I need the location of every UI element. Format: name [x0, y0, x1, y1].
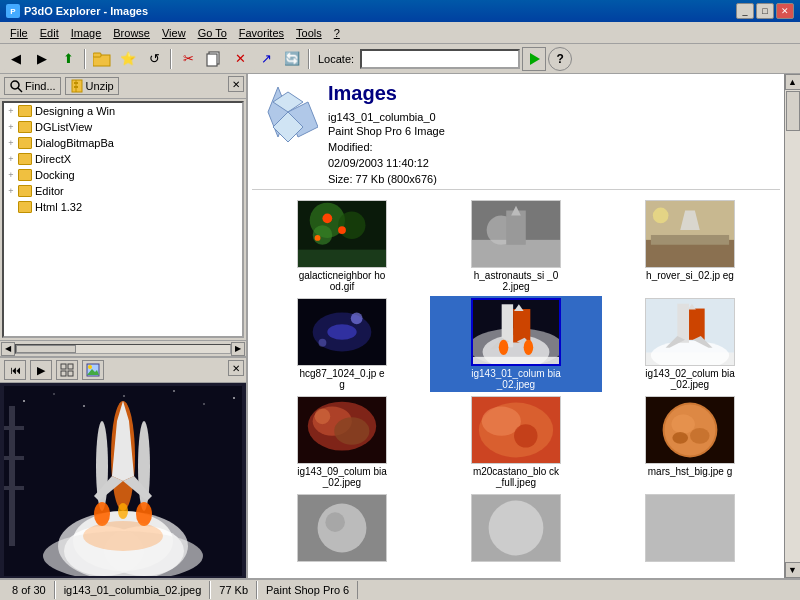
menu-favorites[interactable]: Favorites — [233, 25, 290, 41]
tree-item-7[interactable]: Html 1.32 — [4, 199, 242, 215]
status-count: 8 of 30 — [4, 581, 55, 599]
delete-button[interactable]: ✕ — [228, 47, 252, 71]
copy-button[interactable] — [202, 47, 226, 71]
svg-point-23 — [173, 390, 175, 392]
move-button[interactable]: ↗ — [254, 47, 278, 71]
thumbnail-9 — [645, 396, 735, 464]
folder-button[interactable] — [90, 47, 114, 71]
close-preview-button[interactable]: ✕ — [228, 360, 244, 376]
tree-item-6[interactable]: + Editor — [4, 183, 242, 199]
v-scrollbar[interactable]: ▲ ▼ — [784, 74, 800, 578]
h-scrollbar[interactable]: ◀ ▶ — [0, 340, 246, 356]
title-bar-left: P P3dO Explorer - Images — [6, 4, 148, 18]
folder-icon-5 — [18, 169, 32, 181]
thumb-cell-7[interactable]: ig143_09_colum bia_02.jpeg — [256, 394, 428, 490]
thumb-cell-9[interactable]: mars_hst_big.jpe g — [604, 394, 776, 490]
menu-browse[interactable]: Browse — [107, 25, 156, 41]
menu-edit[interactable]: Edit — [34, 25, 65, 41]
separator-3 — [308, 49, 310, 69]
tree-toggle-6[interactable]: + — [4, 184, 18, 198]
preview-image-button[interactable] — [82, 360, 104, 380]
status-size: 77 Kb — [210, 581, 257, 599]
scroll-track[interactable] — [785, 90, 800, 562]
refresh-button[interactable]: ↺ — [142, 47, 166, 71]
back-button[interactable]: ◀ — [4, 47, 28, 71]
locate-go-button[interactable] — [522, 47, 546, 71]
svg-point-52 — [313, 225, 333, 245]
preview-panel: ⏮ ▶ ✕ — [0, 358, 246, 578]
close-button[interactable]: ✕ — [776, 3, 794, 19]
thumb-cell-8[interactable]: m20castano_blo ck_full.jpeg — [430, 394, 602, 490]
svg-point-25 — [233, 397, 235, 399]
thumb-label-6: ig143_02_colum bia_02.jpeg — [645, 368, 735, 390]
folder-icon-3 — [18, 137, 32, 149]
menu-view[interactable]: View — [156, 25, 192, 41]
thumb-cell-2[interactable]: h_astronauts_si _02.jpeg — [430, 198, 602, 294]
thumb-cell-6[interactable]: ig143_02_colum bia_02.jpeg — [604, 296, 776, 392]
tree-item-1[interactable]: + Designing a Win — [4, 103, 242, 119]
rotate-button[interactable]: 🔄 — [280, 47, 304, 71]
thumb-cell-4[interactable]: hcg87_1024_0.jp eg — [256, 296, 428, 392]
tree-item-5[interactable]: + Docking — [4, 167, 242, 183]
svg-point-51 — [338, 212, 365, 239]
tree-item-4[interactable]: + DirectX — [4, 151, 242, 167]
svg-point-20 — [53, 393, 55, 395]
scroll-down-button[interactable]: ▼ — [785, 562, 801, 578]
svg-point-104 — [690, 428, 710, 444]
cut-button[interactable]: ✂ — [176, 47, 200, 71]
tree-item-3[interactable]: + DialogBitmapBa — [4, 135, 242, 151]
thumb-cell-12[interactable] — [604, 492, 776, 566]
close-tree-panel-button[interactable]: ✕ — [228, 76, 244, 92]
preview-prev-button[interactable]: ⏮ — [4, 360, 26, 380]
menu-bar: File Edit Image Browse View Go To Favori… — [0, 22, 800, 44]
menu-goto[interactable]: Go To — [192, 25, 233, 41]
tree-toggle-2[interactable]: + — [4, 120, 18, 134]
tree-toggle-7[interactable] — [4, 200, 18, 214]
svg-point-5 — [11, 81, 19, 89]
svg-rect-3 — [207, 54, 217, 66]
tree-toggle-4[interactable]: + — [4, 152, 18, 166]
app-icon: P — [6, 4, 20, 18]
tree-item-2[interactable]: + DGListView — [4, 119, 242, 135]
thumb-cell-5[interactable]: ig143_01_colum bia_02.jpeg — [430, 296, 602, 392]
scroll-right-button[interactable]: ▶ — [231, 342, 245, 356]
thumb-cell-10[interactable] — [256, 492, 428, 566]
tree-toggle-5[interactable]: + — [4, 168, 18, 182]
help-button[interactable]: ? — [548, 47, 572, 71]
unzip-button[interactable]: Unzip — [65, 77, 119, 95]
thumb-cell-11[interactable] — [430, 492, 602, 566]
preview-play-button[interactable]: ▶ — [30, 360, 52, 380]
svg-rect-111 — [646, 495, 734, 561]
up-button[interactable]: ⬆ — [56, 47, 80, 71]
thumb-cell-3[interactable]: h_rover_si_02.jp eg — [604, 198, 776, 294]
menu-file[interactable]: File — [4, 25, 34, 41]
thumb-label-2: h_astronauts_si _02.jpeg — [471, 270, 561, 292]
svg-rect-28 — [4, 456, 24, 460]
status-filename: ig143_01_columbia_02.jpeg — [55, 581, 211, 599]
favorites-button[interactable]: ⭐ — [116, 47, 140, 71]
thumbnail-10 — [297, 494, 387, 562]
tree-toggle-3[interactable]: + — [4, 136, 18, 150]
thumb-cell-1[interactable]: galacticneighbor hood.gif — [256, 198, 428, 294]
find-button[interactable]: Find... — [4, 77, 61, 95]
right-content: Images ig143_01_columbia_0 Paint Shop Pr… — [248, 74, 800, 578]
menu-image[interactable]: Image — [65, 25, 108, 41]
h-scroll-thumb[interactable] — [16, 345, 76, 353]
menu-tools[interactable]: Tools — [290, 25, 328, 41]
locate-label: Locate: — [314, 53, 358, 65]
svg-point-69 — [327, 324, 356, 340]
minimize-button[interactable]: _ — [736, 3, 754, 19]
maximize-button[interactable]: □ — [756, 3, 774, 19]
locate-input[interactable] — [360, 49, 520, 69]
toolbar: ◀ ▶ ⬆ ⭐ ↺ ✂ ✕ ↗ 🔄 Locate: ? — [0, 44, 800, 74]
thumb-label-5: ig143_01_colum bia_02.jpeg — [471, 368, 561, 390]
menu-help[interactable]: ? — [328, 25, 346, 41]
scroll-thumb[interactable] — [786, 91, 800, 131]
preview-grid-button[interactable] — [56, 360, 78, 380]
scroll-up-button[interactable]: ▲ — [785, 74, 801, 90]
tree-toggle-1[interactable]: + — [4, 104, 18, 118]
scroll-left-button[interactable]: ◀ — [1, 342, 15, 356]
forward-button[interactable]: ▶ — [30, 47, 54, 71]
svg-point-53 — [322, 213, 332, 223]
h-scroll-track[interactable] — [15, 344, 231, 354]
